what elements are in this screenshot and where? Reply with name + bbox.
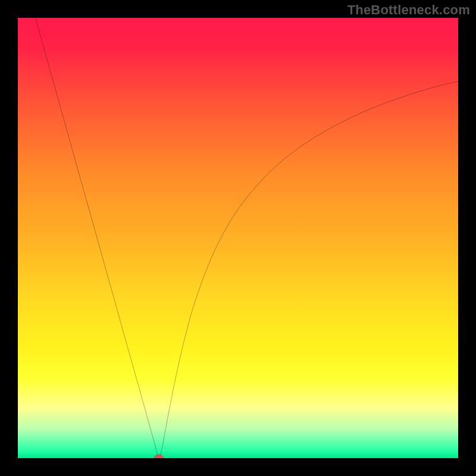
chart-svg — [18, 18, 458, 458]
attribution-text: TheBottleneck.com — [347, 2, 470, 18]
chart-frame: TheBottleneck.com — [0, 0, 476, 476]
gradient-background — [18, 18, 458, 458]
plot-area — [18, 18, 458, 458]
